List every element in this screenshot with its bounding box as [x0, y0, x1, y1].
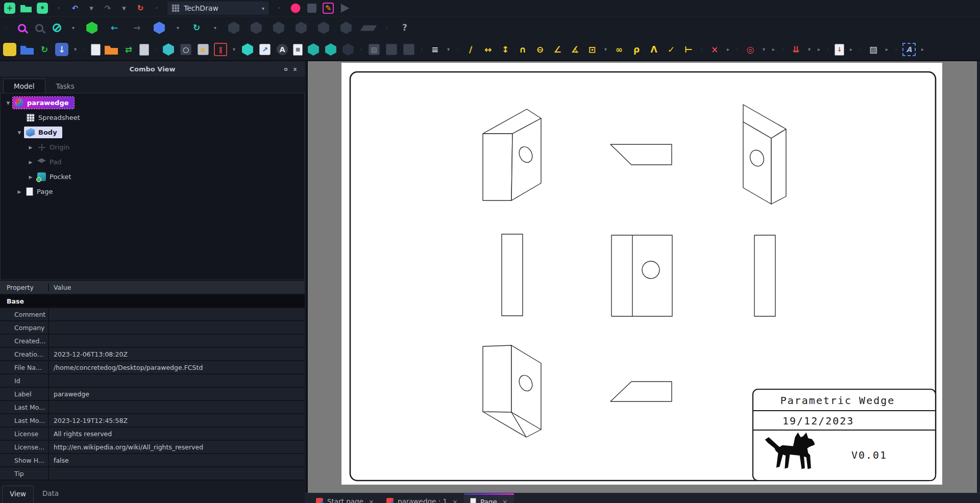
undo-button[interactable]: ↶ — [69, 3, 81, 14]
combo-view-titlebar[interactable]: Combo View o x — [0, 61, 305, 77]
view-left-side[interactable] — [502, 234, 523, 316]
property-group-base[interactable]: Base — [0, 295, 305, 308]
dimension-dropdown-icon[interactable]: ▾ — [603, 43, 608, 56]
macro-record-button[interactable] — [291, 4, 301, 13]
clone-view-button[interactable] — [139, 44, 149, 56]
property-value[interactable]: http://en.wikipedia.org/wiki/All_rights_… — [49, 443, 305, 451]
tree-item-body[interactable]: ▼ Body — [1, 125, 304, 140]
surface-finish-button[interactable]: ρ — [630, 43, 643, 56]
extend-toolbar-arrow-icon[interactable]: ▸ — [771, 43, 776, 56]
close-icon[interactable]: × — [501, 498, 508, 503]
delete-dimension-button[interactable]: × — [708, 43, 721, 56]
sync-view-button[interactable]: ↻ — [190, 21, 203, 35]
property-row[interactable]: License... http://en.wikipedia.org/wiki/… — [0, 441, 305, 454]
view-front[interactable] — [611, 235, 672, 316]
redo-dropdown-icon[interactable]: ▾ — [118, 3, 130, 14]
centerline-dropdown-icon[interactable]: ▾ — [761, 43, 767, 56]
whats-this-button[interactable]: ? — [398, 21, 411, 35]
view-right-side[interactable] — [754, 235, 775, 316]
tab-page[interactable]: Page × — [464, 493, 514, 503]
expander-icon[interactable]: ▶ — [26, 160, 35, 165]
property-row[interactable]: File Na... /home/concretedog/Desktop/par… — [0, 361, 305, 374]
property-row[interactable]: License All rights reserved — [0, 427, 305, 441]
tree-item-spreadsheet[interactable]: Spreadsheet — [1, 110, 304, 125]
view-bottom-button[interactable] — [317, 21, 330, 35]
property-row[interactable]: Comment — [0, 308, 305, 321]
dimension-diameter-button[interactable]: ⊖ — [533, 43, 547, 56]
new-document-button[interactable]: + — [4, 3, 15, 14]
print-dropdown-icon[interactable]: ▾ — [72, 43, 78, 56]
refresh-button[interactable]: ↻ — [135, 3, 146, 14]
dimension-extent-button[interactable]: ⊡ — [585, 43, 599, 56]
complex-section-button[interactable]: ▪ — [198, 44, 208, 55]
insert-annotation-button[interactable]: A — [902, 43, 916, 56]
box-selection-button[interactable] — [85, 21, 99, 35]
view-front-button[interactable] — [227, 21, 240, 35]
dimension-radius-button[interactable]: ∩ — [516, 43, 529, 56]
extend-toolbar-arrow-icon[interactable]: ▸ — [920, 43, 925, 56]
dimension-link-button[interactable]: ∞ — [612, 43, 626, 56]
line-decoration-button[interactable]: ≡ — [428, 43, 442, 56]
title-block[interactable]: Parametric Wedge 19/12/2023 V0.01 — [753, 389, 936, 481]
selection-filter-dropdown-icon[interactable]: ▾ — [70, 21, 76, 35]
view-right-button[interactable] — [272, 21, 285, 35]
line-decoration-dropdown-icon[interactable]: ▾ — [446, 43, 451, 56]
close-icon[interactable]: × — [368, 498, 374, 503]
zoom-selection-button[interactable] — [35, 24, 43, 32]
dimension-length-button[interactable]: ∕ — [464, 43, 477, 56]
tab-tasks[interactable]: Tasks — [45, 79, 85, 93]
tab-start-page[interactable]: Start page × — [310, 493, 380, 503]
expander-icon[interactable]: ▼ — [4, 100, 13, 106]
new-default-page-button[interactable] — [3, 43, 16, 56]
hatch-region-button[interactable]: ▨ — [369, 44, 379, 55]
section-view-button[interactable] — [162, 43, 175, 56]
insert-view-button[interactable] — [91, 44, 101, 56]
property-row[interactable]: Label parawedge — [0, 388, 305, 401]
undo-dropdown-icon[interactable]: ▾ — [86, 3, 97, 14]
value-column-header[interactable]: Value — [49, 284, 305, 291]
navigate-back-button[interactable]: ← — [108, 21, 121, 35]
model-tree[interactable]: ▼ parawedge Spreadsheet ▼ — [0, 93, 305, 280]
macro-stop-button[interactable] — [307, 4, 316, 13]
macro-edit-button[interactable]: ✎ — [323, 3, 334, 14]
navigate-forward-button[interactable]: → — [130, 21, 143, 35]
property-row[interactable]: Id — [0, 374, 305, 388]
redraw-page-button[interactable]: ↻ — [38, 43, 51, 56]
project-shape-button[interactable]: ⇄ — [122, 43, 135, 56]
view-link-button[interactable]: ↗ — [259, 44, 270, 55]
float-panel-button[interactable]: o — [281, 66, 290, 72]
property-row[interactable]: Creatio... 2023-12-06T13:08:20Z — [0, 348, 305, 361]
tree-item-origin[interactable]: ▶ Origin — [1, 140, 304, 155]
property-value[interactable]: All rights reserved — [49, 430, 305, 438]
view-rear-button[interactable] — [295, 21, 308, 35]
hole-shaft-fit-button[interactable]: ✓ — [665, 43, 678, 56]
draft-view-button[interactable]: A — [277, 44, 288, 55]
open-document-button[interactable] — [20, 3, 32, 14]
property-column-header[interactable]: Property — [0, 284, 49, 291]
macro-play-button[interactable] — [339, 3, 350, 14]
dimension-vertical-button[interactable]: ↕ — [499, 43, 512, 56]
cosmetic-vertex-button[interactable]: ⇊ — [789, 43, 802, 56]
add-centerline-button[interactable]: ◎ — [744, 43, 757, 56]
workbench-selector[interactable]: TechDraw ▾ — [167, 2, 268, 15]
dimension-horizontal-button[interactable]: ↔ — [481, 43, 495, 56]
shape-2d-view-button[interactable] — [341, 43, 355, 56]
tree-item-pocket[interactable]: ▶ Pocket — [1, 169, 304, 184]
geometric-hatch-button[interactable] — [386, 44, 397, 55]
tree-item-pad[interactable]: ▶ Pad — [1, 155, 304, 169]
property-value[interactable]: 2023-12-06T13:08:20Z — [49, 350, 305, 358]
property-row[interactable]: Created... — [0, 335, 305, 348]
property-value[interactable]: false — [49, 457, 305, 464]
zoom-fit-all-button[interactable] — [18, 24, 26, 32]
broken-view-dropdown-icon[interactable]: ▾ — [231, 43, 237, 56]
sync-view-dropdown-icon[interactable]: ▾ — [212, 21, 218, 35]
customize-format-button[interactable]: ⊢ — [682, 43, 695, 56]
insert-active-view-button[interactable] — [105, 43, 118, 56]
property-value[interactable]: parawedge — [49, 390, 305, 398]
extend-toolbar-arrow-icon[interactable]: ▸ — [884, 43, 890, 56]
print-all-pages-button[interactable]: ↓ — [55, 43, 68, 56]
tab-data[interactable]: Data — [35, 486, 66, 503]
new-page-from-template-button[interactable] — [20, 43, 34, 56]
detail-view-button[interactable]: ○ — [180, 44, 191, 55]
expander-icon[interactable]: ▶ — [15, 189, 24, 194]
